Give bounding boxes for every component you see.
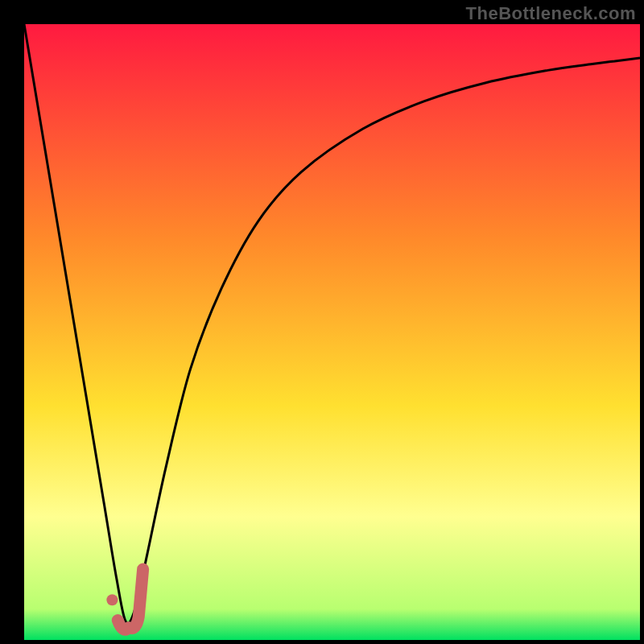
chart-background xyxy=(24,24,640,640)
svg-point-0 xyxy=(106,594,118,605)
watermark-label: TheBottleneck.com xyxy=(466,3,636,24)
chart-plot-area xyxy=(24,24,640,640)
chart-frame: TheBottleneck.com xyxy=(0,0,644,644)
bottleneck-chart xyxy=(24,24,640,640)
